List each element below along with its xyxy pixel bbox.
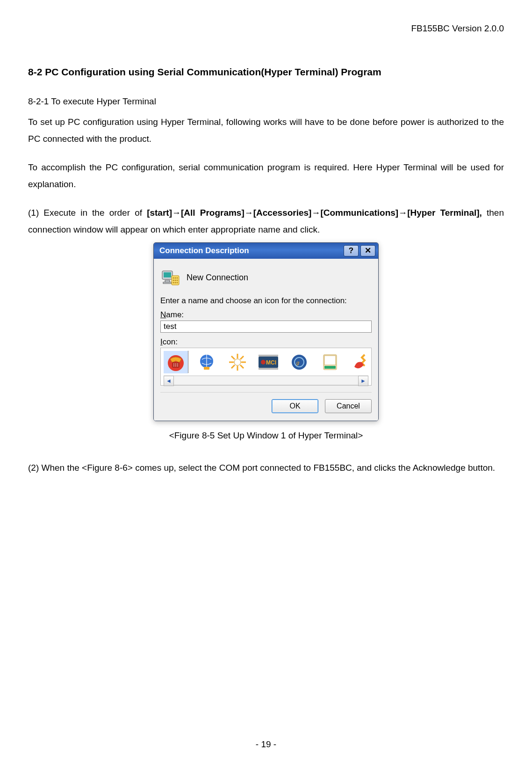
svg-rect-42 xyxy=(324,356,336,365)
svg-point-18 xyxy=(177,364,178,365)
svg-point-34 xyxy=(261,360,266,365)
step-2: (2) When the <Figure 8-6> comes up, sele… xyxy=(28,459,504,476)
svg-line-31 xyxy=(231,365,235,368)
svg-point-11 xyxy=(173,282,174,283)
connection-name-input[interactable] xyxy=(160,321,372,333)
scroll-right-button[interactable]: ► xyxy=(358,376,368,386)
close-icon: ✕ xyxy=(365,246,371,255)
svg-rect-37 xyxy=(259,368,278,370)
ok-button[interactable]: OK xyxy=(272,399,318,413)
svg-rect-23 xyxy=(204,367,209,370)
svg-point-16 xyxy=(173,364,174,365)
icon-rest: con: xyxy=(163,337,178,346)
svg-point-19 xyxy=(173,365,174,366)
mci-chip-icon[interactable]: MCI xyxy=(256,351,280,373)
figure-caption: <Figure 8-5 Set Up Window 1 of Hyper Ter… xyxy=(28,430,504,441)
step-1-bold: [start]→[All Programs]→[Accessories]→[Co… xyxy=(147,208,482,218)
svg-rect-2 xyxy=(165,280,170,282)
step-1-prefix: (1) Execute in the order of xyxy=(28,208,147,218)
new-connection-icon xyxy=(161,268,181,288)
svg-line-29 xyxy=(240,365,244,368)
subsection-title: 8-2-1 To execute Hyper Terminal xyxy=(28,96,504,107)
svg-point-5 xyxy=(173,277,174,278)
globe-atlas-icon[interactable] xyxy=(194,351,219,373)
svg-point-32 xyxy=(234,359,241,365)
dialog-titlebar[interactable]: Connection Description ? ✕ xyxy=(154,243,378,259)
svg-line-30 xyxy=(240,356,244,359)
svg-text:g: g xyxy=(296,360,300,365)
svg-point-20 xyxy=(175,365,176,366)
phone-icon[interactable] xyxy=(164,351,188,373)
svg-point-10 xyxy=(177,279,178,281)
paragraph-1: To set up PC configuration using Hyper T… xyxy=(28,114,504,147)
paragraph-2: To accomplish the PC configuration, seri… xyxy=(28,159,504,193)
close-button[interactable]: ✕ xyxy=(360,245,375,256)
icon-field-label: Icon: xyxy=(160,337,372,347)
name-rest: ame: xyxy=(166,310,184,319)
dialog-title: Connection Description xyxy=(159,246,249,255)
doc-version: FB155BC Version 2.0.0 xyxy=(28,23,504,34)
scroll-left-button[interactable]: ◄ xyxy=(164,376,174,386)
cancel-button[interactable]: Cancel xyxy=(325,399,372,413)
svg-text:MCI: MCI xyxy=(266,359,276,366)
svg-point-9 xyxy=(175,279,176,281)
svg-rect-3 xyxy=(163,282,172,284)
svg-point-13 xyxy=(177,282,178,283)
svg-rect-15 xyxy=(172,362,180,368)
sunburst-icon[interactable] xyxy=(225,351,250,373)
page-number: - 19 - xyxy=(0,739,532,750)
satellite-dish-icon[interactable] xyxy=(318,351,342,373)
lightning-phone-icon[interactable] xyxy=(349,351,368,373)
svg-point-7 xyxy=(177,277,178,278)
svg-rect-1 xyxy=(164,272,171,277)
dial-globe-icon[interactable]: g xyxy=(287,351,311,373)
help-icon: ? xyxy=(349,246,353,255)
connection-description-dialog: Connection Description ? ✕ xyxy=(153,242,379,421)
name-accel: N xyxy=(160,310,166,319)
help-button[interactable]: ? xyxy=(344,245,359,256)
name-field-label: Name: xyxy=(160,310,372,320)
new-connection-label: New Connection xyxy=(187,273,248,283)
svg-point-6 xyxy=(175,277,176,278)
svg-line-28 xyxy=(231,356,235,359)
icon-scrollbar[interactable]: ◄ ► xyxy=(164,375,368,385)
scroll-track[interactable] xyxy=(174,376,358,385)
svg-rect-43 xyxy=(324,366,336,369)
svg-point-17 xyxy=(175,364,176,365)
section-title: 8-2 PC Configuration using Serial Commun… xyxy=(28,66,504,78)
svg-point-21 xyxy=(177,365,178,366)
svg-rect-36 xyxy=(259,355,278,357)
svg-point-12 xyxy=(175,282,176,283)
dialog-prompt: Enter a name and choose an icon for the … xyxy=(160,296,372,306)
svg-point-8 xyxy=(173,279,174,281)
icon-picker[interactable]: MCI g xyxy=(160,348,372,386)
step-1: (1) Execute in the order of [start]→[All… xyxy=(28,204,504,238)
